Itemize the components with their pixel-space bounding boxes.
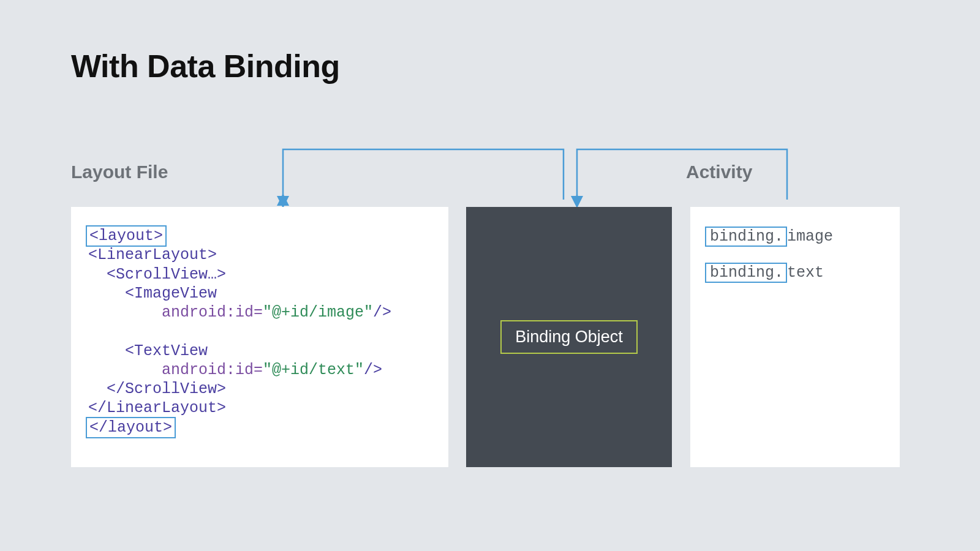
activity-code-line-2: binding.text	[705, 263, 885, 283]
panel-activity: binding.image binding.text	[690, 207, 900, 467]
activity-code-line-1: binding.image	[705, 227, 885, 247]
slide-title: With Data Binding	[71, 48, 340, 84]
panel-layout-file: <layout> <LinearLayout> <ScrollView…> <I…	[71, 207, 448, 467]
panel-binding-object: Binding Object	[466, 207, 672, 467]
label-layout-file: Layout File	[71, 162, 168, 182]
layout-xml-code: <layout> <LinearLayout> <ScrollView…> <I…	[88, 227, 431, 437]
binding-object-box: Binding Object	[500, 320, 638, 354]
label-activity: Activity	[686, 162, 752, 182]
